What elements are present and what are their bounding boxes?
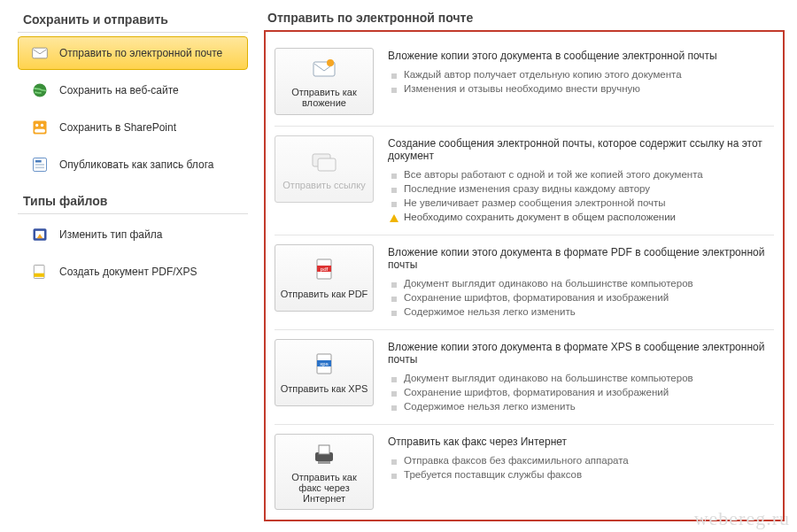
svg-rect-17	[318, 158, 336, 171]
option-description: Отправить как факс через Интернет Отправ…	[388, 434, 774, 482]
option-send-pdf: pdf Отправить как PDF Вложение копии это…	[275, 235, 774, 330]
send-fax-button[interactable]: Отправить как факс через Интернет	[275, 434, 374, 510]
attachment-icon	[310, 55, 338, 83]
option-bullet: Содержимое нельзя легко изменить	[388, 305, 774, 319]
link-mail-icon	[310, 148, 338, 176]
option-bullet: Сохранение шрифтов, форматирования и изо…	[388, 290, 774, 305]
option-bullet: Сохранение шрифтов, форматирования и изо…	[388, 385, 774, 399]
button-label: Отправить ссылку	[282, 180, 365, 190]
sidebar-item-save-web[interactable]: Сохранить на веб-сайте	[18, 73, 248, 107]
svg-point-15	[327, 59, 334, 66]
sidebar-item-publish-blog[interactable]: Опубликовать как запись блога	[18, 148, 248, 181]
svg-rect-8	[35, 164, 44, 166]
option-title: Отправить как факс через Интернет	[388, 436, 774, 448]
send-attachment-button[interactable]: Отправить как вложение	[275, 48, 374, 115]
button-label: Отправить как XPS	[281, 383, 368, 394]
option-bullet: Все авторы работают с одной и той же коп…	[388, 167, 774, 181]
content-heading: Отправить по электронной почте	[264, 7, 785, 30]
option-title: Вложение копии этого документа в формате…	[388, 341, 774, 366]
option-send-fax: Отправить как факс через Интернет Отправ…	[275, 425, 774, 520]
option-bullet: Требуется поставщик службы факсов	[388, 467, 774, 482]
sharepoint-icon	[31, 119, 49, 136]
sidebar-item-save-sharepoint[interactable]: Сохранить в SharePoint	[18, 111, 248, 144]
svg-rect-9	[35, 167, 44, 169]
svg-point-4	[41, 124, 43, 127]
button-label: Отправить как факс через Интернет	[279, 472, 369, 504]
sidebar: Сохранить и отправить Отправить по элект…	[0, 0, 257, 532]
option-description: Создание сообщения электронной почты, ко…	[388, 135, 774, 224]
sidebar-item-change-file-type[interactable]: Изменить тип файла	[18, 218, 248, 251]
send-link-button: Отправить ссылку	[275, 135, 374, 203]
pdf-xps-icon	[31, 263, 49, 281]
svg-rect-5	[35, 129, 45, 133]
sidebar-item-create-pdf-xps[interactable]: Создать документ PDF/XPS	[18, 255, 248, 289]
option-warning: Необходимо сохранить документ в общем ра…	[388, 210, 774, 224]
option-bullet: Каждый автор получает отдельную копию эт…	[388, 67, 774, 81]
sidebar-heading-file-types: Типы файлов	[18, 190, 248, 214]
sidebar-item-label: Сохранить на веб-сайте	[59, 84, 179, 96]
option-bullet: Отправка факсов без факсимильного аппара…	[388, 453, 774, 467]
fax-icon	[310, 440, 338, 468]
option-bullet: Последние изменения сразу видны каждому …	[388, 181, 774, 196]
send-xps-button[interactable]: xps Отправить как XPS	[275, 339, 374, 406]
option-send-attachment: Отправить как вложение Вложение копии эт…	[275, 39, 774, 127]
option-title: Вложение копии этого документа в сообщен…	[388, 50, 774, 62]
svg-rect-26	[318, 461, 330, 464]
mail-icon	[31, 44, 49, 62]
option-bullet: Изменения и отзывы необходимо внести вру…	[388, 81, 774, 96]
email-options-box: Отправить как вложение Вложение копии эт…	[264, 30, 785, 521]
option-bullet: Не увеличивает размер сообщения электрон…	[388, 196, 774, 210]
file-type-icon	[31, 226, 49, 243]
option-title: Создание сообщения электронной почты, ко…	[388, 137, 774, 162]
sidebar-item-label: Сохранить в SharePoint	[59, 121, 176, 134]
option-send-xps: xps Отправить как XPS Вложение копии это…	[275, 330, 774, 425]
svg-rect-7	[35, 160, 42, 163]
button-label: Отправить как PDF	[281, 289, 368, 299]
sidebar-item-label: Опубликовать как запись блога	[59, 158, 213, 171]
option-description: Вложение копии этого документа в формате…	[388, 244, 774, 319]
option-send-link: Отправить ссылку Создание сообщения элек…	[275, 127, 774, 235]
sidebar-item-send-email[interactable]: Отправить по электронной почте	[18, 36, 248, 70]
option-bullet: Документ выглядит одинаково на большинст…	[388, 276, 774, 290]
sidebar-item-label: Создать документ PDF/XPS	[59, 266, 197, 278]
svg-rect-25	[319, 445, 329, 454]
blog-icon	[31, 156, 49, 173]
pdf-icon: pdf	[310, 257, 338, 285]
xps-icon: xps	[310, 351, 338, 380]
svg-point-3	[35, 124, 38, 127]
sidebar-heading-save-send: Сохранить и отправить	[18, 9, 248, 33]
button-label: Отправить как вложение	[279, 87, 369, 108]
svg-rect-0	[33, 48, 48, 58]
option-bullet: Документ выглядит одинаково на большинст…	[388, 371, 774, 385]
globe-icon	[31, 81, 49, 99]
svg-rect-13	[34, 274, 44, 277]
sidebar-item-label: Отправить по электронной почте	[59, 47, 222, 59]
svg-text:xps: xps	[320, 361, 328, 366]
option-description: Вложение копии этого документа в формате…	[388, 339, 774, 413]
svg-text:pdf: pdf	[321, 266, 329, 272]
sidebar-item-label: Изменить тип файла	[59, 228, 162, 241]
option-description: Вложение копии этого документа в сообщен…	[388, 48, 774, 96]
send-pdf-button[interactable]: pdf Отправить как PDF	[275, 244, 374, 312]
option-title: Вложение копии этого документа в формате…	[388, 246, 774, 271]
watermark: webereg.ru	[694, 507, 790, 530]
option-bullet: Содержимое нельзя легко изменить	[388, 399, 774, 413]
content-pane: Отправить по электронной почте Отправить…	[257, 0, 797, 532]
